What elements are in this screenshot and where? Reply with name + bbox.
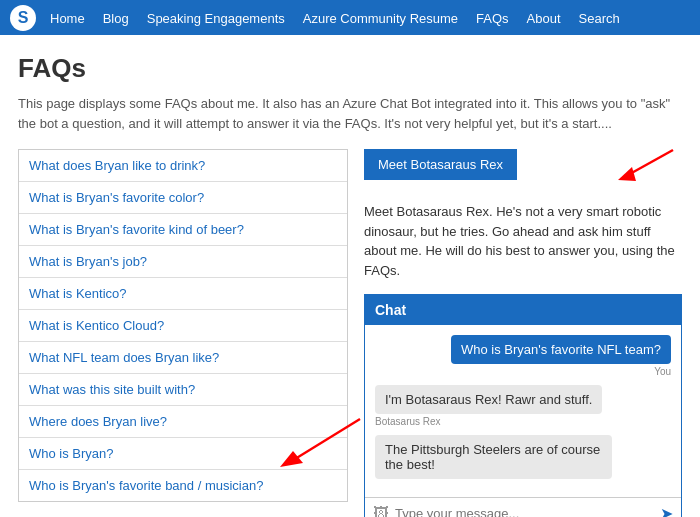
bot-sender-0: Botasarus Rex bbox=[375, 416, 441, 427]
bot-bubble-1: The Pittsburgh Steelers are of course th… bbox=[375, 435, 612, 479]
faq-item-10[interactable]: Who is Bryan's favorite band / musician? bbox=[19, 470, 347, 501]
user-message-0: Who is Bryan's favorite NFL team? You bbox=[375, 335, 671, 377]
intro-text: This page displays some FAQs about me. I… bbox=[18, 94, 682, 133]
meet-botasaraus-button[interactable]: Meet Botasaraus Rex bbox=[364, 149, 517, 180]
chat-box: Chat Who is Bryan's favorite NFL team? Y… bbox=[364, 294, 682, 517]
nav-home[interactable]: Home bbox=[50, 11, 85, 26]
nav-faqs[interactable]: FAQs bbox=[476, 11, 509, 26]
faq-item-4[interactable]: What is Kentico? bbox=[19, 278, 347, 310]
faq-item-7[interactable]: What was this site built with? bbox=[19, 374, 347, 406]
bot-bubble-0: I'm Botasaraus Rex! Rawr and stuff. bbox=[375, 385, 602, 414]
faq-item-3[interactable]: What is Bryan's job? bbox=[19, 246, 347, 278]
bot-message-0: I'm Botasaraus Rex! Rawr and stuff. Bota… bbox=[375, 385, 671, 427]
nav-speaking[interactable]: Speaking Engagements bbox=[147, 11, 285, 26]
faq-item-6[interactable]: What NFL team does Bryan like? bbox=[19, 342, 347, 374]
page-content: FAQs This page displays some FAQs about … bbox=[0, 35, 700, 517]
chat-header: Chat bbox=[365, 295, 681, 325]
user-bubble-0: Who is Bryan's favorite NFL team? bbox=[451, 335, 671, 364]
nav-logo: S bbox=[10, 5, 36, 31]
chat-input[interactable] bbox=[395, 506, 654, 517]
chat-input-row: 🖼 ➤ bbox=[365, 497, 681, 517]
right-panel: Meet Botasaraus Rex Meet Botasaraus Rex.… bbox=[364, 149, 682, 517]
navbar: S Home Blog Speaking Engagements Azure C… bbox=[0, 0, 700, 35]
nav-links: Home Blog Speaking Engagements Azure Com… bbox=[50, 10, 620, 26]
faq-item-9[interactable]: Who is Bryan? bbox=[19, 438, 347, 470]
nav-search[interactable]: Search bbox=[579, 11, 620, 26]
user-sender-0: You bbox=[654, 366, 671, 377]
faq-item-5[interactable]: What is Kentico Cloud? bbox=[19, 310, 347, 342]
bot-description: Meet Botasaraus Rex. He's not a very sma… bbox=[364, 202, 682, 280]
bot-message-1: The Pittsburgh Steelers are of course th… bbox=[375, 435, 671, 479]
chat-messages: Who is Bryan's favorite NFL team? You I'… bbox=[365, 325, 681, 497]
faq-item-2[interactable]: What is Bryan's favorite kind of beer? bbox=[19, 214, 347, 246]
nav-about[interactable]: About bbox=[527, 11, 561, 26]
image-icon: 🖼 bbox=[373, 505, 389, 518]
two-col-layout: What does Bryan like to drink? What is B… bbox=[18, 149, 682, 517]
send-button[interactable]: ➤ bbox=[660, 504, 673, 517]
faq-list: What does Bryan like to drink? What is B… bbox=[18, 149, 348, 502]
nav-azure[interactable]: Azure Community Resume bbox=[303, 11, 458, 26]
page-title: FAQs bbox=[18, 53, 682, 84]
faq-item-8[interactable]: Where does Bryan live? bbox=[19, 406, 347, 438]
faq-item-0[interactable]: What does Bryan like to drink? bbox=[19, 150, 347, 182]
nav-blog[interactable]: Blog bbox=[103, 11, 129, 26]
faq-item-1[interactable]: What is Bryan's favorite color? bbox=[19, 182, 347, 214]
